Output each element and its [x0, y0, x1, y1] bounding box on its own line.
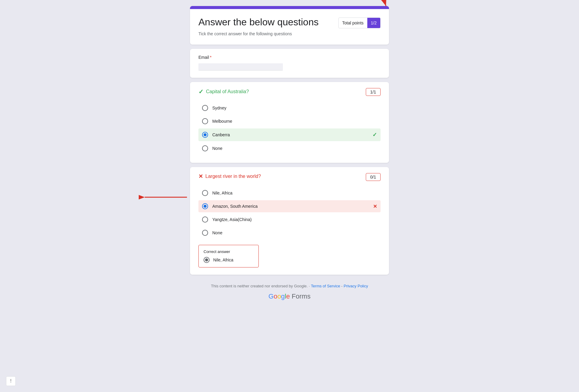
radio-nile — [202, 190, 208, 196]
question2-title-row: ✕ Largest river in the world? — [198, 173, 261, 180]
question2-card: ✕ Largest river in the world? 0/1 Nile, … — [190, 167, 389, 275]
question2-points: 0/1 — [366, 173, 381, 181]
option-nile[interactable]: Nile, Africa — [198, 187, 381, 199]
question1-title: Capital of Australia? — [206, 89, 249, 94]
correct-icon: ✓ — [198, 88, 204, 95]
option-canberra[interactable]: Canberra ✓ — [198, 128, 381, 141]
google-logo: Google — [268, 292, 290, 300]
radio-correct-answer — [204, 257, 210, 263]
correct-answer-option: Nile, Africa — [204, 257, 254, 263]
form-subtitle: Tick the correct answer for the followin… — [198, 31, 381, 36]
option-sydney[interactable]: Sydney — [198, 102, 381, 114]
footer-brand: Google Forms — [190, 292, 389, 300]
option-amazon[interactable]: Amazon, South America ✕ — [198, 200, 381, 212]
correct-answer-value: Nile, Africa — [213, 258, 254, 262]
option-canberra-label: Canberra — [212, 132, 370, 137]
header-card: Answer the below questions Total points … — [190, 6, 389, 45]
wrong-icon: ✕ — [198, 173, 203, 180]
option-none-q1-label: None — [212, 146, 377, 151]
arrow-annotation-left — [139, 185, 193, 209]
option-amazon-label: Amazon, South America — [212, 204, 371, 209]
radio-yangtze — [202, 217, 208, 223]
option-yangtze[interactable]: Yangtze, Asia(China) — [198, 213, 381, 226]
option-yangtze-label: Yangtze, Asia(China) — [212, 217, 377, 222]
total-points-value: 1/2 — [367, 18, 380, 28]
canberra-correct-icon: ✓ — [372, 131, 377, 138]
question1-card: ✓ Capital of Australia? 1/1 Sydney Melbo… — [190, 82, 389, 163]
forms-text: Forms — [292, 292, 310, 300]
radio-canberra-inner — [204, 133, 207, 136]
email-input[interactable] — [198, 63, 283, 71]
form-title: Answer the below questions — [198, 16, 338, 28]
radio-amazon — [202, 203, 208, 209]
option-none-q2-label: None — [212, 230, 377, 235]
question1-points: 1/1 — [366, 88, 381, 96]
question1-title-row: ✓ Capital of Australia? — [198, 88, 249, 95]
terms-link[interactable]: Terms of Service — [311, 284, 340, 288]
radio-amazon-inner — [204, 205, 207, 208]
correct-answer-box: Correct answer Nile, Africa — [198, 245, 259, 267]
radio-correct-inner — [205, 258, 208, 261]
feedback-button[interactable]: ! — [6, 376, 16, 386]
total-points-badge: Total points 1/2 — [338, 17, 381, 28]
option-melbourne[interactable]: Melbourne — [198, 115, 381, 127]
question2-title: Largest river in the world? — [205, 174, 261, 179]
radio-none-q1 — [202, 145, 208, 151]
option-melbourne-label: Melbourne — [212, 119, 377, 124]
radio-canberra — [202, 132, 208, 138]
option-nile-label: Nile, Africa — [212, 191, 377, 195]
amazon-wrong-icon: ✕ — [373, 204, 377, 209]
correct-answer-label: Correct answer — [204, 249, 254, 254]
radio-sydney — [202, 105, 208, 111]
radio-none-q2 — [202, 230, 208, 236]
privacy-link[interactable]: Privacy Policy — [343, 284, 368, 288]
option-none-q2[interactable]: None — [198, 227, 381, 239]
arrow-annotation-top — [356, 0, 395, 15]
required-marker: * — [210, 55, 211, 60]
question2-header: ✕ Largest river in the world? 0/1 — [198, 173, 381, 181]
radio-melbourne — [202, 118, 208, 124]
total-points-label: Total points — [339, 21, 367, 25]
form-container: Answer the below questions Total points … — [190, 6, 389, 300]
question1-header: ✓ Capital of Australia? 1/1 — [198, 88, 381, 96]
footer-disclaimer: This content is neither created nor endo… — [190, 284, 389, 288]
footer: This content is neither created nor endo… — [190, 284, 389, 300]
email-label: Email* — [198, 55, 381, 60]
option-none-q1[interactable]: None — [198, 142, 381, 154]
option-sydney-label: Sydney — [212, 106, 377, 110]
email-card: Email* — [190, 49, 389, 78]
